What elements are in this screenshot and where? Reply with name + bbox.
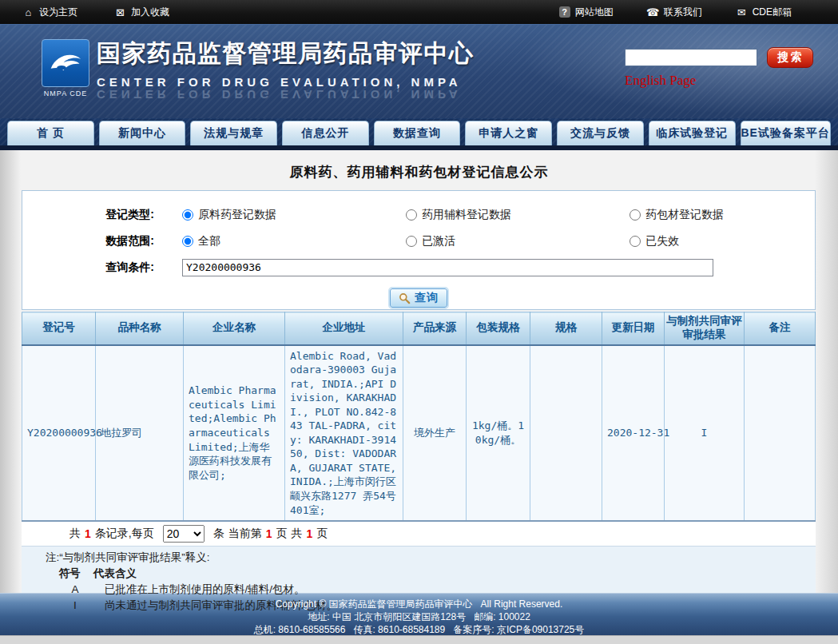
results-table: 登记号 品种名称 企业名称 企业地址 产品来源 包装规格 规格 更新日期 与制剂…	[22, 312, 816, 522]
nav-tab-data-query[interactable]: 数据查询	[374, 121, 461, 145]
main-nav: 首 页 新闻中心 法规与规章 信息公开 数据查询 申请人之窗 交流与反馈 临床试…	[0, 118, 838, 145]
cell-company-name: Alembic Pharmaceuticals Limited;Alembic …	[184, 345, 285, 522]
pager-unit-label: 条	[213, 527, 224, 541]
scope-radio-inactive[interactable]	[629, 236, 641, 247]
add-favorite-label: 加入收藏	[131, 6, 169, 19]
nav-tab-label: 临床试验登记	[656, 126, 728, 141]
radio-option-label: 已激活	[422, 234, 455, 248]
scope-options: 全部 已激活 已失效	[154, 234, 825, 248]
set-home-link[interactable]: ⌂ 设为主页	[22, 6, 77, 19]
reg-type-options: 原料药登记数据 药用辅料登记数据 药包材登记数据	[154, 208, 825, 222]
sitemap-link[interactable]: ? 网站地图	[559, 6, 614, 19]
radio-option-label: 已失效	[645, 234, 679, 248]
pagination-bar: 共 1 条记录,每页 20 条 当前第 1 页 共 1 页	[22, 522, 816, 546]
logo-caption: NMPA CDE	[42, 89, 89, 97]
reg-type-option-packaging[interactable]: 药包材登记数据	[602, 208, 825, 222]
home-icon: ⌂	[22, 6, 34, 18]
mail-icon: ✉	[736, 6, 748, 18]
query-condition-label: 查询条件:	[22, 260, 154, 275]
table-row: Y20200000936 地拉罗司 Alembic Pharmaceutical…	[22, 345, 816, 522]
footer-bottom-strip	[0, 635, 838, 644]
notes-symbol-header: 符号	[57, 566, 82, 582]
header-search-button[interactable]: 搜索	[767, 47, 813, 68]
main-content: 原料药、药用辅料和药包材登记信息公示 登记类型: 原料药登记数据 药用辅料登记数…	[0, 150, 838, 593]
footer-contact-info: 总机: 8610-68585566 传真: 8610-68584189 备案序号…	[0, 623, 838, 636]
col-header-update-date: 更新日期	[602, 312, 665, 345]
contact-link[interactable]: ☎ 联系我们	[647, 6, 702, 19]
pager-total-label: 共	[70, 527, 81, 541]
scope-option-active[interactable]: 已激活	[378, 234, 602, 248]
nav-tab-applicant-window[interactable]: 申请人之窗	[465, 121, 552, 145]
scope-radio-all[interactable]	[182, 236, 193, 247]
page-root: ⌂ 设为主页 ⊠ 加入收藏 ? 网站地图 ☎ 联系我们 ✉ CDE邮箱	[0, 0, 838, 644]
pager-total-pages: 1	[306, 527, 312, 540]
query-condition-input[interactable]	[182, 259, 713, 276]
header-search-input[interactable]	[625, 49, 757, 66]
cde-mail-label: CDE邮箱	[753, 6, 792, 19]
reg-type-radio-excipient[interactable]	[406, 209, 417, 221]
notes-symbol: I	[57, 598, 93, 614]
site-title-en-reflection: CENTER FOR DRUG EVALUATION, NMPA	[97, 88, 475, 101]
col-header-reg-no: 登记号	[22, 312, 96, 345]
pager-current-label: 当前第	[228, 527, 262, 541]
nav-tab-home[interactable]: 首 页	[7, 121, 94, 145]
nav-tab-label: 新闻中心	[118, 126, 166, 141]
header-search-area: 搜索 English Page	[625, 47, 818, 89]
top-utility-bar: ⌂ 设为主页 ⊠ 加入收藏 ? 网站地图 ☎ 联系我们 ✉ CDE邮箱	[0, 0, 838, 24]
query-button-label: 查询	[415, 291, 439, 305]
english-page-link[interactable]: English Page	[625, 73, 696, 89]
scope-option-inactive[interactable]: 已失效	[602, 234, 825, 248]
cell-update-date: 2020-12-31	[602, 345, 665, 522]
reg-type-radio-api[interactable]	[182, 209, 193, 221]
cde-mail-link[interactable]: ✉ CDE邮箱	[736, 6, 792, 19]
nav-tab-label: 交流与反馈	[570, 126, 630, 141]
topbar-right-links: ? 网站地图 ☎ 联系我们 ✉ CDE邮箱	[559, 6, 838, 19]
radio-option-label: 原料药登记数据	[198, 208, 276, 222]
favorite-icon: ⊠	[114, 6, 126, 18]
sitemap-label: 网站地图	[575, 6, 614, 19]
pager-current-page: 1	[266, 527, 272, 540]
add-favorite-link[interactable]: ⊠ 加入收藏	[114, 6, 169, 19]
page-size-select[interactable]: 20	[163, 525, 205, 543]
radio-option-label: 药用辅料登记数据	[422, 208, 511, 222]
table-header-row: 登记号 品种名称 企业名称 企业地址 产品来源 包装规格 规格 更新日期 与制剂…	[22, 312, 816, 345]
notes-column-headers: 符号 代表含义	[46, 566, 816, 582]
reg-type-option-api[interactable]: 原料药登记数据	[154, 208, 378, 222]
nav-tab-feedback[interactable]: 交流与反馈	[557, 121, 644, 145]
radio-option-label: 全部	[198, 234, 220, 248]
topbar-left-links: ⌂ 设为主页 ⊠ 加入收藏	[0, 6, 169, 19]
nav-tab-news[interactable]: 新闻中心	[99, 121, 186, 145]
col-header-product-name: 品种名称	[96, 312, 184, 345]
nav-tab-label: 信息公开	[301, 126, 349, 141]
query-form: 登记类型: 原料药登记数据 药用辅料登记数据 药包材登记数据	[22, 190, 816, 310]
nav-tab-clinical-trial[interactable]: 临床试验登记	[649, 121, 736, 145]
reg-type-option-excipient[interactable]: 药用辅料登记数据	[378, 208, 602, 222]
site-title-en: CENTER FOR DRUG EVALUATION, NMPA	[97, 75, 475, 89]
nav-tab-label: 法规与规章	[204, 126, 264, 141]
col-header-review-result: 与制剂共同审评审批结果	[665, 312, 745, 345]
query-button[interactable]: 查询	[390, 288, 447, 308]
site-logo[interactable]: NMPA CDE	[42, 39, 89, 97]
scope-label: 数据范围:	[22, 234, 154, 248]
scope-option-all[interactable]: 全部	[154, 234, 378, 248]
nav-tab-regulations[interactable]: 法规与规章	[190, 121, 277, 145]
query-condition-row: 查询条件:	[22, 254, 815, 280]
pager-records-label: 条记录,每页	[95, 527, 154, 541]
cell-company-address: Alembic Road, Vadodara-390003 Gujarat, I…	[285, 345, 403, 522]
pager-of-label: 共	[291, 527, 302, 541]
nmpa-cde-logo-icon	[42, 39, 89, 87]
nav-tab-info-disclosure[interactable]: 信息公开	[282, 121, 369, 145]
nav-tab-label: 首 页	[37, 126, 65, 141]
cell-remark	[745, 345, 816, 522]
notes-meaning-header: 代表含义	[93, 566, 137, 582]
notes-symbol: A	[57, 582, 93, 598]
notes-title: 注:“与制剂共同审评审批结果”释义:	[46, 550, 816, 566]
scope-radio-active[interactable]	[406, 236, 417, 247]
reg-type-radio-packaging[interactable]	[629, 209, 641, 221]
nav-tab-label: 数据查询	[393, 126, 441, 141]
pager-record-count: 1	[85, 527, 91, 540]
cell-review-result: I	[665, 345, 745, 522]
contact-label: 联系我们	[664, 6, 702, 19]
nav-tab-be-platform[interactable]: BE试验备案平台	[741, 121, 831, 145]
reg-type-label: 登记类型:	[22, 208, 154, 222]
